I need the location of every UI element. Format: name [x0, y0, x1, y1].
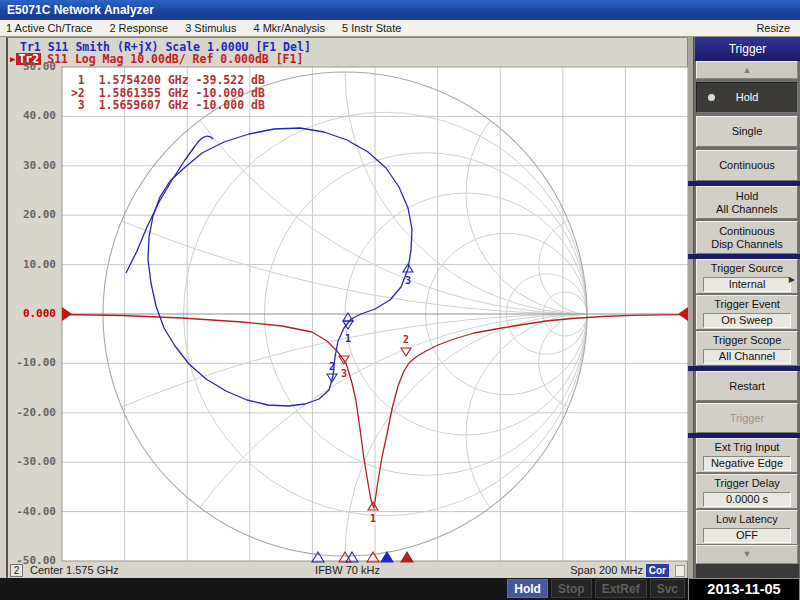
softkey-low-latency[interactable]: Low LatencyOFF: [696, 510, 798, 545]
submenu-arrow-icon: ▶: [789, 273, 795, 286]
softkey-label: Hold: [736, 91, 759, 104]
softkey-continuous[interactable]: Continuous: [696, 150, 798, 181]
softkey-label: Trigger: [730, 412, 764, 425]
span-label: Span 200 MHz: [570, 564, 643, 576]
marker-readout: 1 1.5754200 GHz -39.522 dB >2 1.5861355 …: [64, 74, 265, 112]
softkey-continuous-disp-channels[interactable]: ContinuousDisp Channels: [696, 221, 798, 254]
softkey-hold[interactable]: Hold: [696, 82, 798, 113]
softkey-trigger-scope[interactable]: Trigger ScopeAll Channel: [696, 331, 798, 366]
window-title: E5071C Network Analyzer: [7, 3, 154, 17]
menu-item-4[interactable]: 4 Mkr/Analysis: [253, 22, 325, 34]
marker-readout-row: 3 1.5659607 GHz -10.000 dB: [64, 99, 265, 112]
y-axis-label: -20.00: [10, 406, 56, 419]
softkey-sidebar: Trigger ▲HoldSingleContinuousHoldAll Cha…: [688, 37, 800, 578]
softkey-trigger-delay[interactable]: Trigger Delay0.0000 s: [696, 474, 798, 509]
softkey-label: Continuous: [719, 225, 775, 238]
menu-item-5[interactable]: 5 Instr State: [342, 22, 401, 34]
datetime-display: 2013-11-05 10:46: [688, 578, 800, 600]
window-title-bar: E5071C Network Analyzer: [0, 0, 800, 20]
y-axis-label: 30.00: [10, 159, 56, 172]
softkey-trigger-source[interactable]: Trigger SourceInternal▶: [696, 259, 798, 294]
sidebar-groove: [688, 37, 694, 578]
y-axis-label: -10.00: [10, 356, 56, 369]
softkey-ext-trig-input[interactable]: Ext Trig InputNegative Edge: [696, 438, 798, 473]
correction-badge: Cor: [646, 564, 669, 577]
status-extref: ExtRef: [595, 579, 647, 598]
softkey-value-field[interactable]: Internal: [703, 277, 791, 292]
channel-window: 123123 Tr1 S11 Smith (R+jX) Scale 1.000U…: [6, 37, 688, 578]
softkey-value-field[interactable]: On Sweep: [703, 313, 791, 328]
softkey-scroll-down-icon[interactable]: ▼: [696, 545, 798, 564]
y-axis-label: -40.00: [10, 505, 56, 518]
menu-bar: 1 Active Ch/Trace2 Response3 Stimulus4 M…: [0, 20, 800, 37]
softkey-label: Hold: [736, 190, 759, 203]
softkey-value-field[interactable]: 0.0000 s: [703, 492, 791, 507]
strip-nub: [675, 565, 685, 577]
menu-item-1[interactable]: 1 Active Ch/Trace: [6, 22, 92, 34]
sidebar-filler: [696, 564, 799, 578]
status-stop: Stop: [551, 579, 592, 598]
softkey-trigger-event[interactable]: Trigger EventOn Sweep: [696, 295, 798, 330]
softkey-label: Disp Channels: [711, 238, 783, 251]
softkey-value-field[interactable]: OFF: [703, 528, 791, 543]
selected-radio-dot: [708, 94, 715, 101]
softkey-hold-all-channels[interactable]: HoldAll Channels: [696, 186, 798, 219]
marker-number-label: 1: [370, 513, 376, 524]
softkey-label: Trigger Delay: [714, 477, 780, 490]
softkey-label: Trigger Source: [711, 262, 783, 275]
instrument-status-bar: Hold Stop ExtRef Svc: [0, 578, 688, 600]
y-axis-label: 20.00: [10, 208, 56, 221]
softkey-label: Trigger Event: [714, 298, 780, 311]
softkey-value-field[interactable]: Negative Edge: [703, 456, 791, 471]
softkey-label: Ext Trig Input: [715, 441, 780, 454]
y-axis-label: -30.00: [10, 455, 56, 468]
softkey-value-field[interactable]: All Channel: [703, 349, 791, 364]
marker-number-label: 2: [403, 334, 409, 345]
app-screen: E5071C Network Analyzer 1 Active Ch/Trac…: [0, 0, 800, 600]
channel-status-strip: 2 Center 1.575 GHz IFBW 70 kHz Span 200 …: [8, 564, 687, 578]
softkey-label: Continuous: [719, 159, 775, 172]
softkey-trigger[interactable]: Trigger: [696, 403, 798, 433]
status-svc: Svc: [650, 579, 685, 598]
softkey-scroll-up-icon[interactable]: ▲: [696, 61, 798, 79]
softkey-label: Single: [732, 125, 763, 138]
softkey-label: All Channels: [716, 203, 778, 216]
marker-number-label: 3: [341, 368, 347, 379]
softkey-label: Restart: [729, 380, 764, 393]
menu-item-3[interactable]: 3 Stimulus: [185, 22, 236, 34]
softkey-restart[interactable]: Restart: [696, 371, 798, 401]
y-axis-label: 50.00: [10, 60, 56, 73]
y-axis-label: 40.00: [10, 109, 56, 122]
marker-number-label: 2: [329, 361, 335, 372]
menu-item-2[interactable]: 2 Response: [109, 22, 168, 34]
softkey-single[interactable]: Single: [696, 116, 798, 147]
y-axis-reference-label: 0.000: [10, 307, 56, 320]
softkey-menu-title: Trigger: [695, 37, 800, 61]
trace2-format: S11 Log Mag 10.00dB/ Ref 0.000dB [F1]: [47, 53, 303, 65]
plot-area: 123123: [8, 38, 690, 579]
y-axis-label: 10.00: [10, 258, 56, 271]
marker-number-label: 1: [345, 333, 351, 344]
marker-number-label: 3: [405, 275, 411, 286]
status-hold: Hold: [507, 579, 548, 598]
resize-control[interactable]: Resize: [756, 22, 800, 34]
softkey-label: Low Latency: [716, 513, 778, 526]
softkey-label: Trigger Scope: [713, 334, 782, 347]
